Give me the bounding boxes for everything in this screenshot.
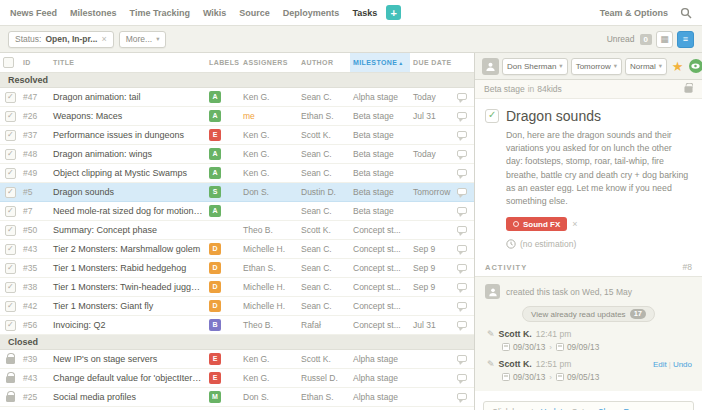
undo-link[interactable]: Undo: [673, 360, 692, 369]
assignee-avatar[interactable]: [482, 58, 499, 75]
comment-icon[interactable]: [457, 188, 467, 195]
task-row[interactable]: #35 Tier 1 Monsters: Rabid hedgehog D Et…: [0, 259, 474, 278]
comment-icon[interactable]: [457, 393, 467, 400]
task-checkbox[interactable]: [5, 225, 16, 236]
task-title[interactable]: New IP's on stage servers: [50, 350, 206, 369]
task-title[interactable]: Dragon animation: wings: [50, 145, 206, 164]
comment-icon[interactable]: [457, 374, 467, 381]
edit-link[interactable]: Edit: [653, 360, 667, 369]
section-header-closed[interactable]: Closed: [0, 335, 474, 350]
comment-icon[interactable]: [457, 226, 467, 233]
assignee-dropdown[interactable]: Don Sherman▾: [502, 58, 568, 75]
nav-time-tracking[interactable]: Time Tracking: [130, 8, 190, 18]
task-checkbox[interactable]: [5, 92, 16, 103]
task-row[interactable]: #25 Social media profiles M Don S. Ethan…: [0, 388, 474, 407]
task-row[interactable]: #26 Weapons: Maces A me Ethan S. Beta st…: [0, 107, 474, 126]
more-filters-dropdown[interactable]: More... ▾: [119, 31, 167, 48]
task-title[interactable]: Tier 1 Monsters: Giant fly: [50, 297, 206, 316]
task-checkbox[interactable]: [5, 187, 16, 198]
unread-count-badge[interactable]: 0: [640, 34, 652, 45]
column-header-id[interactable]: ID: [20, 53, 50, 73]
column-header-labels[interactable]: LABELS: [206, 53, 240, 73]
task-title[interactable]: Loading screens get pixelated at higher …: [50, 407, 206, 410]
task-row[interactable]: #7 Need mole-rat sized dog for motion ca…: [0, 202, 474, 221]
task-checkbox[interactable]: [5, 168, 16, 179]
column-header-author[interactable]: AUTHOR: [298, 53, 350, 73]
task-title[interactable]: Invoicing: Q2: [50, 316, 206, 335]
task-title[interactable]: Summary: Concept phase: [50, 221, 206, 240]
task-row[interactable]: #50 Summary: Concept phase Theo B. Scott…: [0, 221, 474, 240]
comment-icon[interactable]: [457, 321, 467, 328]
comment-icon[interactable]: [457, 355, 467, 362]
task-row[interactable]: #56 Invoicing: Q2 B Theo B. Rafał Concep…: [0, 316, 474, 335]
nav-team-options[interactable]: Team & Options: [600, 8, 668, 18]
breadcrumb-milestone[interactable]: Beta stage: [484, 84, 525, 94]
task-row[interactable]: #39 New IP's on stage servers E Ken G. S…: [0, 350, 474, 369]
task-title[interactable]: Need mole-rat sized dog for motion captu…: [50, 202, 206, 221]
comment-icon[interactable]: [457, 131, 467, 138]
task-checkbox[interactable]: [5, 206, 16, 217]
task-checkbox[interactable]: [5, 263, 16, 274]
task-row[interactable]: #43 Change default value for 'objectIter…: [0, 369, 474, 388]
task-row[interactable]: #47 Dragon animation: tail A Ken G. Sean…: [0, 88, 474, 107]
task-row[interactable]: #48 Dragon animation: wings A Ken G. Sea…: [0, 145, 474, 164]
task-title[interactable]: Weapons: Maces: [50, 107, 206, 126]
star-button[interactable]: ★: [670, 57, 685, 75]
task-checkbox[interactable]: [5, 301, 16, 312]
estimation-row[interactable]: (no estimation): [506, 239, 690, 249]
task-checkbox[interactable]: [5, 130, 16, 141]
comment-icon[interactable]: [457, 207, 467, 214]
section-header-resolved[interactable]: Resolved: [0, 73, 474, 88]
comment-icon[interactable]: [457, 169, 467, 176]
breadcrumb-project[interactable]: 84kids: [537, 84, 562, 94]
task-row[interactable]: #12 Loading screens get pixelated at hig…: [0, 407, 474, 410]
status-filter-dropdown[interactable]: Status: Open, In-pr... ×: [8, 31, 114, 48]
resolve-checkbox[interactable]: [485, 109, 499, 123]
column-header-due-date[interactable]: DUE DATE: [410, 53, 454, 73]
task-title[interactable]: Tier 2 Monsters: Marshmallow golem: [50, 240, 206, 259]
task-title[interactable]: Social media profiles: [50, 388, 206, 407]
search-icon[interactable]: [680, 7, 692, 19]
column-header-assigners[interactable]: ASSIGNERS: [240, 53, 298, 73]
select-all-checkbox[interactable]: [3, 57, 14, 68]
comment-icon[interactable]: [457, 245, 467, 252]
task-title[interactable]: Change default value for 'objectIterator…: [50, 369, 206, 388]
task-title[interactable]: Object clipping at Mystic Swamps: [50, 164, 206, 183]
task-checkbox[interactable]: [5, 149, 16, 160]
task-checkbox[interactable]: [5, 111, 16, 122]
quick-actions-bar[interactable]: Click here to Update, Set as Close, Reop…: [483, 401, 694, 410]
task-checkbox[interactable]: [5, 320, 16, 331]
task-title[interactable]: Performance issues in dungeons: [50, 126, 206, 145]
task-title[interactable]: Tier 1 Monsters: Rabid hedgehog: [50, 259, 206, 278]
comment-icon[interactable]: [457, 150, 467, 157]
task-row[interactable]: #49 Object clipping at Mystic Swamps A K…: [0, 164, 474, 183]
nav-tasks[interactable]: Tasks: [352, 8, 377, 18]
comment-icon[interactable]: [457, 283, 467, 290]
task-row[interactable]: #43 Tier 2 Monsters: Marshmallow golem D…: [0, 240, 474, 259]
task-checkbox[interactable]: [5, 244, 16, 255]
view-read-updates-button[interactable]: View already read updates 17: [522, 306, 655, 322]
task-title[interactable]: Dragon sounds: [50, 183, 206, 202]
task-title[interactable]: Tier 1 Monsters: Twin-headed juggernaut …: [50, 278, 206, 297]
task-row-selected[interactable]: #5 Dragon sounds S Don S. Dustin D. Beta…: [0, 183, 474, 202]
nav-source[interactable]: Source: [239, 8, 270, 18]
task-row[interactable]: #37 Performance issues in dungeons E Ken…: [0, 126, 474, 145]
comment-icon[interactable]: [457, 302, 467, 309]
column-header-milestone[interactable]: MILESTONE▴: [350, 53, 410, 73]
nav-wikis[interactable]: Wikis: [203, 8, 226, 18]
column-header-title[interactable]: TITLE: [50, 53, 206, 73]
nav-news-feed[interactable]: News Feed: [10, 8, 57, 18]
clear-filter-icon[interactable]: ×: [101, 35, 106, 44]
nav-milestones[interactable]: Milestones: [70, 8, 117, 18]
tag-chip[interactable]: Sound FX: [506, 217, 567, 231]
grid-view-button[interactable]: ▦: [656, 31, 673, 48]
task-title[interactable]: Dragon animation: tail: [50, 88, 206, 107]
watchers-button[interactable]: [688, 57, 702, 75]
priority-dropdown[interactable]: Normal▾: [625, 58, 667, 75]
remove-tag-icon[interactable]: ×: [572, 219, 577, 229]
task-row[interactable]: #42 Tier 1 Monsters: Giant fly D Michell…: [0, 297, 474, 316]
due-date-dropdown[interactable]: Tomorrow▾: [571, 58, 622, 75]
task-row[interactable]: #38 Tier 1 Monsters: Twin-headed juggern…: [0, 278, 474, 297]
add-task-button[interactable]: +: [386, 5, 401, 20]
nav-deployments[interactable]: Deployments: [283, 8, 340, 18]
